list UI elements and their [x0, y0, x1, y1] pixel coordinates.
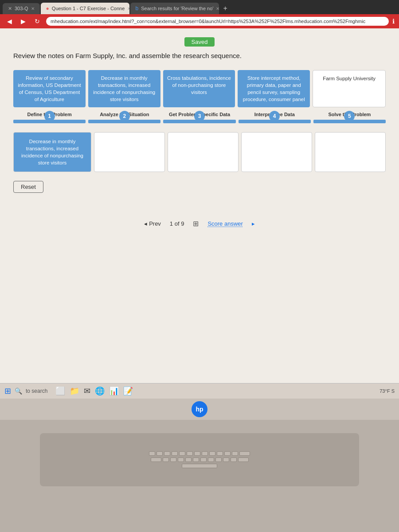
browser-chrome: ✕ 303-Q ✕ ● Question 1 - C7 Exercise - C…: [0, 0, 399, 28]
key: [149, 451, 155, 456]
key: [223, 458, 229, 462]
taskbar-icon-browser[interactable]: 🌐: [95, 386, 105, 396]
dropzone-4[interactable]: [241, 132, 312, 172]
new-tab-button[interactable]: +: [220, 3, 231, 14]
card-5[interactable]: Farm Supply University: [313, 70, 386, 107]
saved-badge: Saved: [13, 37, 386, 47]
back-button[interactable]: ◀: [4, 17, 15, 26]
key: [172, 451, 178, 456]
address-bar: ◀ ▶ ↻ ℹ: [0, 14, 399, 28]
key: [217, 451, 223, 456]
score-chevron-icon[interactable]: ▸: [252, 220, 255, 227]
taskbar-icon-mail[interactable]: ✉: [84, 386, 90, 396]
taskbar-right: 73°F S: [379, 388, 395, 394]
key: [185, 458, 192, 462]
key: [170, 458, 176, 462]
key: [208, 458, 214, 462]
tab-question1[interactable]: ● Question 1 - C7 Exercise - Conne ✕: [41, 3, 129, 14]
progress-num-2: 2: [119, 111, 130, 121]
card-3[interactable]: Cross tabulations, incidence of non-purc…: [163, 70, 235, 107]
tab-search[interactable]: b Search results for 'Review the no' ✕: [130, 3, 219, 14]
tab-bar: ✕ 303-Q ✕ ● Question 1 - C7 Exercise - C…: [0, 0, 399, 14]
windows-start-icon[interactable]: ⊞: [4, 386, 11, 396]
tab-label-303q: 303-Q: [15, 6, 28, 11]
search-text[interactable]: to search: [26, 388, 47, 394]
info-icon: ℹ: [392, 18, 395, 25]
key: [194, 451, 200, 456]
score-answer-link[interactable]: Score answer: [207, 220, 243, 227]
key: [202, 451, 208, 456]
key: [239, 451, 250, 456]
tab-303q[interactable]: ✕ 303-Q ✕: [3, 3, 40, 14]
keyboard: [40, 433, 359, 486]
forward-button[interactable]: ▶: [18, 17, 28, 26]
key-row-2: [151, 458, 249, 462]
progress-num-4: 4: [269, 111, 280, 121]
saved-label: Saved: [184, 37, 215, 47]
key: [193, 458, 199, 462]
key: [163, 458, 169, 462]
grid-icon[interactable]: ⊞: [193, 219, 199, 228]
prev-button[interactable]: ◂ Prev: [144, 220, 161, 227]
key: [156, 451, 163, 456]
key: [200, 458, 207, 462]
cards-row: Review of secondary information, US Depa…: [13, 70, 386, 107]
progress-row: 1 2 3 4 5: [13, 120, 386, 123]
key: [151, 458, 161, 462]
url-input[interactable]: [46, 17, 389, 26]
progress-num-1: 1: [44, 111, 55, 121]
reset-button[interactable]: Reset: [13, 181, 43, 193]
weather-text: 73°F S: [379, 388, 395, 394]
instruction-text: Review the notes on Farm Supply, Inc. an…: [13, 52, 386, 59]
key: [224, 451, 231, 456]
progress-segment-3: 3: [163, 120, 235, 123]
key-row-3: [182, 464, 217, 468]
taskbar-icon-explorer[interactable]: 📁: [70, 386, 79, 396]
card-2[interactable]: Decrease in monthly transactions, increa…: [88, 70, 160, 107]
tab-close-303q[interactable]: ✕: [31, 6, 35, 11]
tab-close-search[interactable]: ✕: [216, 6, 219, 11]
key: [215, 458, 222, 462]
key: [178, 458, 184, 462]
progress-segment-1: 1: [13, 120, 86, 123]
key: [232, 451, 238, 456]
progress-num-3: 3: [194, 111, 205, 121]
tab-icon-question1: ●: [46, 5, 49, 12]
tab-label-search: Search results for 'Review the no': [141, 6, 213, 11]
key-row-1: [149, 451, 250, 456]
progress-segment-2: 2: [88, 120, 160, 123]
progress-num-5: 5: [344, 111, 355, 121]
prev-label: Prev: [149, 220, 161, 227]
page-content: Saved Review the notes on Farm Supply, I…: [0, 28, 399, 383]
taskbar-icon-window[interactable]: ⬜: [55, 386, 65, 396]
hp-logo-icon: hp: [192, 401, 207, 417]
tab-close-question1[interactable]: ✕: [127, 6, 129, 11]
dropzone-5[interactable]: [315, 132, 386, 172]
card-1[interactable]: Review of secondary information, US Depa…: [13, 70, 86, 107]
prev-chevron-icon: ◂: [144, 220, 147, 227]
spacebar-key: [182, 464, 217, 468]
refresh-button[interactable]: ↻: [32, 17, 43, 26]
key: [209, 451, 215, 456]
taskbar-icons: ⬜ 📁 ✉ 🌐 📊 📝: [55, 386, 133, 396]
search-icon: 🔍: [15, 387, 22, 395]
page-indicator: 1 of 9: [170, 220, 184, 227]
taskbar-icon-excel[interactable]: 📊: [109, 386, 119, 396]
key: [164, 451, 170, 456]
dropzone-1[interactable]: Decrease in monthly transactions, increa…: [13, 132, 91, 172]
progress-segment-5: 5: [313, 120, 386, 123]
progress-segment-4: 4: [239, 120, 311, 123]
dropzone-3[interactable]: [168, 132, 239, 172]
card-4[interactable]: Store intercept method, primary data, pa…: [238, 70, 310, 107]
hp-logo-area: hp: [0, 399, 399, 420]
key: [187, 451, 193, 456]
tab-icon-303q: ✕: [8, 6, 12, 12]
taskbar-icon-word[interactable]: 📝: [123, 386, 133, 396]
taskbar: ⊞ 🔍 to search ⬜ 📁 ✉ 🌐 📊 📝 73°F S: [0, 383, 399, 399]
key: [179, 451, 185, 456]
key: [231, 458, 237, 462]
tab-label-question1: Question 1 - C7 Exercise - Conne: [52, 6, 125, 11]
dropzone-2[interactable]: [94, 132, 165, 172]
laptop-base: [0, 420, 399, 532]
bottom-nav: ◂ Prev 1 of 9 ⊞ Score answer ▸: [13, 215, 386, 232]
